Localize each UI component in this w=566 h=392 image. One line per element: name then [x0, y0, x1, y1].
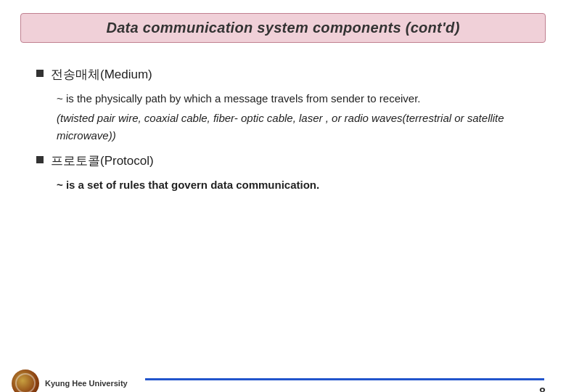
slide-title: Data communication system components (co… [34, 20, 532, 36]
bullet-label-2: 프로토콜(Protocol) [51, 152, 154, 169]
bullet-item-2: 프로토콜(Protocol) [36, 152, 530, 169]
bullet-item-1: 전송매체(Medium) [36, 66, 530, 83]
slide-content: 전송매체(Medium) ~ is the physically path by… [0, 43, 566, 193]
sub-content-1: ~ is the physically path by which a mess… [57, 90, 530, 144]
logo-inner [15, 373, 36, 392]
page-number: 8 [539, 386, 546, 392]
footer-blue-line [145, 378, 544, 380]
sub-content-2: ~ is a set of rules that govern data com… [57, 176, 530, 193]
bullet-label-1: 전송매체(Medium) [51, 66, 152, 83]
university-name: Kyung Hee University [45, 378, 128, 388]
sub-text-1-2: (twisted pair wire, coaxial cable, fiber… [57, 110, 530, 144]
footer-logo-area: Kyung Hee University [0, 369, 145, 392]
bullet-square-1 [36, 70, 44, 77]
bullet-square-2 [36, 156, 44, 163]
slide: Data communication system components (co… [0, 13, 566, 392]
title-bar: Data communication system components (co… [20, 13, 546, 43]
sub-text-1-1: ~ is the physically path by which a mess… [57, 90, 530, 107]
university-logo [12, 369, 39, 392]
footer-line-container [145, 378, 566, 389]
footer: Kyung Hee University [0, 366, 566, 392]
sub-text-2-1: ~ is a set of rules that govern data com… [57, 176, 530, 193]
